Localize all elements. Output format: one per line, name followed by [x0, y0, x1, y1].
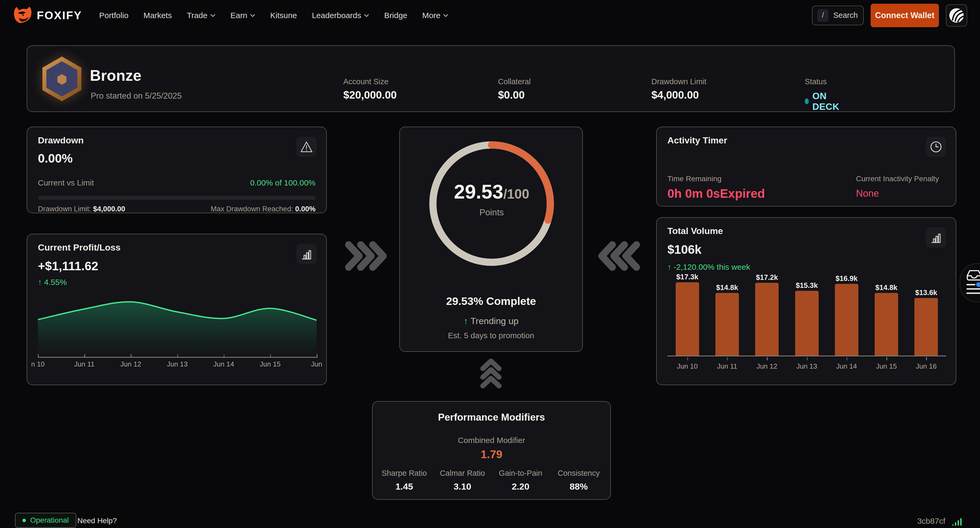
search-input[interactable]: / Search — [812, 6, 864, 25]
nav-markets[interactable]: Markets — [143, 11, 172, 20]
volume-bar-jun-14 — [835, 284, 858, 355]
modifier-sharpe: Sharpe Ratio1.45 — [375, 469, 433, 492]
volume-bar-chart: $17.3k$14.8k$17.2k$15.3k$16.9k$14.8k$13.… — [667, 271, 946, 356]
x-tick-label: Jun 13 — [796, 362, 817, 371]
network-button[interactable] — [946, 4, 967, 27]
axis-tick — [727, 357, 728, 360]
tier-name: Bronze — [90, 67, 142, 84]
operational-status-badge[interactable]: Operational — [15, 513, 76, 528]
time-remaining-value: 0h 0m 0sExpired — [667, 186, 765, 201]
top-nav: FOXIFY Portfolio Markets Trade Earn Kits… — [0, 0, 980, 31]
x-tick-label: Jun 15 — [876, 362, 897, 371]
tier-subtitle: Pro started on 5/25/2025 — [91, 91, 181, 101]
points-denominator: /100 — [503, 187, 529, 201]
modifier-calmar: Calmar Ratio3.10 — [433, 469, 492, 492]
pnl-change: ↑ 4.55% — [38, 278, 67, 287]
percent-complete: 29.53% Complete — [400, 295, 582, 308]
bar-chart-icon — [301, 248, 312, 260]
activity-timer-card: Activity Timer Time Remaining 0h 0m 0sEx… — [656, 127, 956, 206]
x-tick-label: Jun 12 — [756, 362, 777, 371]
x-tick-label: Jun 13 — [167, 360, 188, 368]
foxify-logo-icon — [13, 6, 33, 25]
promotion-eta: Est. 5 days to promotion — [400, 331, 582, 340]
axis-tick — [886, 357, 887, 360]
pnl-value: +$1,111.62 — [38, 259, 98, 273]
axis-tick — [767, 357, 768, 360]
chevron-down-icon — [250, 14, 255, 17]
x-tick-label: Jun 11 — [717, 362, 737, 371]
nav-bridge[interactable]: Bridge — [384, 11, 407, 20]
drawdown-compare-value: 0.00% of 100.00% — [250, 178, 315, 187]
bar-value-label: $14.8k — [875, 284, 897, 292]
chevrons-right-icon — [344, 241, 387, 273]
network-icon — [949, 8, 964, 23]
card-title: Current Profit/Loss — [38, 242, 121, 253]
nav-kitsune[interactable]: Kitsune — [270, 11, 297, 20]
chevron-down-icon — [364, 14, 369, 17]
x-tick-label: Jun 10 — [677, 362, 698, 371]
chevrons-up-icon — [476, 358, 506, 390]
brand-name: FOXIFY — [37, 9, 82, 22]
points-gauge-card: 29.53/100 Points 29.53% Complete ↑ Trend… — [399, 127, 583, 352]
x-tick-label: Jun 11 — [74, 360, 94, 368]
axis-tick — [38, 354, 39, 358]
clock-icon-button[interactable] — [926, 137, 946, 157]
axis-tick — [177, 354, 178, 358]
signal-strength-icon — [952, 517, 964, 527]
nav-trade[interactable]: Trade — [187, 11, 215, 20]
drawdown-value: 0.00% — [38, 151, 73, 165]
x-tick-label: n 10 — [31, 360, 45, 368]
warning-icon — [300, 141, 313, 153]
modifier-gain-to-pain: Gain-to-Pain2.20 — [492, 469, 550, 492]
card-title: Total Volume — [667, 226, 723, 236]
bar-chart-icon-button[interactable] — [926, 227, 946, 247]
x-tick-label: Jun 16 — [916, 362, 937, 371]
nav-portfolio[interactable]: Portfolio — [99, 11, 129, 20]
axis-tick — [270, 354, 271, 358]
x-tick-label: Jun 15 — [260, 360, 281, 368]
card-title: Activity Timer — [667, 135, 727, 146]
bar-value-label: $15.3k — [796, 281, 818, 290]
main-nav: Portfolio Markets Trade Earn Kitsune Lea… — [99, 11, 449, 20]
build-hash: 3cb87cf — [917, 517, 945, 526]
bar-value-label: $17.3k — [676, 273, 698, 281]
status-dot — [805, 98, 809, 104]
x-tick-label: Jun 14 — [836, 362, 857, 371]
need-help-link[interactable]: Need Help? — [77, 517, 117, 525]
status-dot — [22, 518, 26, 522]
status-badge: ON DECK — [813, 90, 842, 112]
nav-leaderboards[interactable]: Leaderboards — [312, 11, 369, 20]
inbox-button[interactable] — [966, 269, 980, 282]
x-tick-label: Jun 14 — [213, 360, 234, 368]
tier-banner-card: Bronze Pro started on 5/25/2025 Account … — [27, 45, 955, 112]
bar-value-label: $17.2k — [756, 273, 778, 282]
x-tick-label: Jun 12 — [120, 360, 141, 368]
profit-loss-card: Current Profit/Loss +$1,111.62 ↑ 4.55% n… — [27, 234, 327, 385]
nav-earn[interactable]: Earn — [231, 11, 255, 20]
card-title: Performance Modifiers — [372, 412, 610, 423]
points-value: 29.53 — [454, 181, 503, 203]
drawdown-card: Drawdown 0.00% Current vs Limit 0.00% of… — [27, 127, 327, 213]
combined-modifier-value: 1.79 — [372, 448, 610, 461]
axis-tick — [926, 357, 927, 360]
volume-bar-jun-12 — [755, 283, 779, 355]
up-arrow-icon: ↑ — [464, 316, 468, 326]
total-volume-card: Total Volume $106k ↑ -2,120.00% this wee… — [656, 217, 956, 385]
brand[interactable]: FOXIFY — [13, 6, 82, 25]
volume-bar-jun-13 — [795, 291, 819, 355]
nav-more[interactable]: More — [422, 11, 449, 20]
bar-value-label: $16.9k — [835, 274, 858, 283]
bar-value-label: $13.6k — [915, 289, 937, 297]
volume-bar-jun-15 — [875, 293, 898, 355]
connect-wallet-button[interactable]: Connect Wallet — [871, 4, 939, 27]
activity-feed-button[interactable] — [966, 282, 980, 297]
chevron-down-icon — [443, 14, 449, 17]
volume-bar-jun-10 — [676, 282, 699, 355]
slash-key-badge: / — [817, 9, 829, 22]
list-icon — [966, 282, 980, 295]
penalty-value: None — [856, 188, 879, 199]
volume-bar-jun-11 — [715, 293, 739, 355]
warning-icon-button[interactable] — [296, 137, 317, 157]
axis-tick — [224, 354, 224, 358]
bar-chart-icon-button[interactable] — [296, 244, 317, 264]
